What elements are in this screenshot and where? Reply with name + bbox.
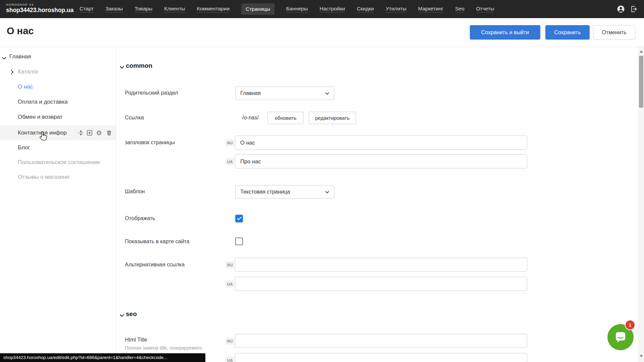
chat-bubble-icon <box>613 330 628 345</box>
brand-version: HOROSHOP V4 <box>6 3 73 6</box>
menu-item-comments[interactable]: Комментарии <box>197 6 230 12</box>
menu-item-clients[interactable]: Клиенты <box>164 6 185 12</box>
link-label: Ссылка <box>125 114 144 121</box>
html-title-label: Html Title <box>125 336 147 344</box>
scrollbar-thumb[interactable] <box>639 56 643 108</box>
sidebar-item-o-nas[interactable]: О нас <box>18 83 33 91</box>
alt-link-label: Альтернативная ссылка <box>125 261 185 268</box>
user-account-icon[interactable] <box>617 5 625 13</box>
template-value: Текстовая страница <box>240 189 290 195</box>
page-heading-ru-input[interactable] <box>235 136 527 150</box>
sidebar-item-glavnaya[interactable]: Главная <box>9 53 31 60</box>
add-page-icon[interactable] <box>87 130 93 136</box>
menu-item-banners[interactable]: Баннеры <box>286 6 308 12</box>
sidebar-item-blog[interactable]: Блог <box>18 144 30 151</box>
chevron-down-icon[interactable] <box>2 55 6 61</box>
lang-tag-ru: RU <box>226 139 234 146</box>
menu-item-orders[interactable]: Заказы <box>105 6 123 12</box>
section-common-collapse-icon[interactable] <box>120 64 124 70</box>
header-divider <box>0 47 644 47</box>
lang-tag-ua: UA <box>226 158 234 165</box>
chevron-right-icon[interactable] <box>11 69 14 75</box>
chevron-down-icon <box>325 90 329 96</box>
save-button[interactable]: Сохранить <box>545 25 590 40</box>
move-icon[interactable] <box>78 130 84 136</box>
menu-item-products[interactable]: Товары <box>135 6 152 12</box>
menu-item-reports[interactable]: Отчеты <box>476 6 494 12</box>
section-seo-title[interactable]: seo <box>126 310 137 318</box>
cancel-button[interactable]: Отменить <box>593 25 635 40</box>
template-label: Шаблон <box>125 188 145 195</box>
lang-tag-ru: RU <box>226 261 234 268</box>
menu-item-start[interactable]: Старт <box>80 6 94 12</box>
menu-item-seo[interactable]: Seo <box>455 6 464 12</box>
menu-item-settings[interactable]: Настройки <box>319 6 345 12</box>
page-heading-label: заголовок страницы <box>125 139 175 146</box>
chat-unread-badge: 1 <box>625 320 635 330</box>
chevron-down-icon <box>325 189 329 195</box>
topbar: HOROSHOP V4 shop34423.horoshop.ua Старт … <box>0 0 644 18</box>
sidebar-item-katalog[interactable]: Каталог <box>18 68 39 75</box>
sitemap-label: Показывать в карте сайта <box>125 238 189 245</box>
settings-gear-icon[interactable] <box>96 130 102 136</box>
template-select[interactable]: Текстовая страница <box>235 185 334 199</box>
link-edit-button[interactable]: редактировать <box>309 112 356 124</box>
menu-item-pages[interactable]: Страницы <box>241 3 275 15</box>
lang-tag-ru: RU <box>226 338 234 345</box>
parent-section-select[interactable]: Главная <box>235 87 334 100</box>
checkmark-icon <box>237 217 242 220</box>
menu-item-marketing[interactable]: Маркетинг <box>418 6 443 12</box>
parent-section-label: Родительский раздел <box>125 89 178 97</box>
html-title-ru-input[interactable] <box>235 334 527 348</box>
display-checkbox[interactable] <box>235 215 243 222</box>
display-label: Отображать <box>125 215 155 222</box>
page-title: О нас <box>7 25 34 37</box>
save-and-exit-button[interactable]: Сохранить и выйти <box>470 25 540 40</box>
menu-item-discounts[interactable]: Скидки <box>357 6 374 12</box>
brand-domain: shop34423.horoshop.ua <box>6 7 73 14</box>
sidebar-item-polzovatelskoe[interactable]: Пользовательское соглашение <box>18 159 100 166</box>
sidebar-item-otzyvy[interactable]: Отзывы о магазине <box>18 173 69 181</box>
page-heading-ua-input[interactable] <box>235 154 527 168</box>
delete-trash-icon[interactable] <box>106 130 112 136</box>
section-seo-collapse-icon[interactable] <box>120 312 124 318</box>
html-title-hint: Полная замена title, генерируемого <box>125 345 202 351</box>
screen: HOROSHOP V4 shop34423.horoshop.ua Старт … <box>0 0 644 362</box>
menu-item-utilities[interactable]: Утилиты <box>386 6 406 12</box>
scrollbar-up-arrow[interactable] <box>640 50 643 53</box>
link-path-value: /o-nas/ <box>242 114 259 121</box>
brand-logo[interactable]: HOROSHOP V4 shop34423.horoshop.ua <box>6 3 73 14</box>
sidebar-item-obmen[interactable]: Обмен и возврат <box>18 113 62 121</box>
alt-link-ru-input[interactable] <box>235 258 527 272</box>
status-url-tooltip: shop34423.horoshop.ua/edit/edit.php?id=6… <box>0 353 205 362</box>
main-menu: Старт Заказы Товары Клиенты Комментарии … <box>80 0 494 18</box>
sidebar-item-oplata[interactable]: Оплата и доставка <box>18 98 68 106</box>
sidebar-item-kontaktnaya[interactable]: Контактная инфор <box>18 129 67 137</box>
lang-tag-ua: UA <box>226 280 234 288</box>
section-common-title[interactable]: common <box>126 62 152 70</box>
html-title-ua-input[interactable] <box>235 353 527 362</box>
sitemap-checkbox[interactable] <box>235 238 243 245</box>
alt-link-ua-input[interactable] <box>235 277 527 291</box>
sidebar-divider <box>116 47 116 362</box>
scrollbar-down-arrow[interactable] <box>640 355 643 357</box>
logout-icon[interactable] <box>630 5 638 13</box>
lang-tag-ua: UA <box>226 357 234 362</box>
link-refresh-button[interactable]: обновить <box>267 112 304 124</box>
parent-section-value: Главная <box>240 90 261 96</box>
